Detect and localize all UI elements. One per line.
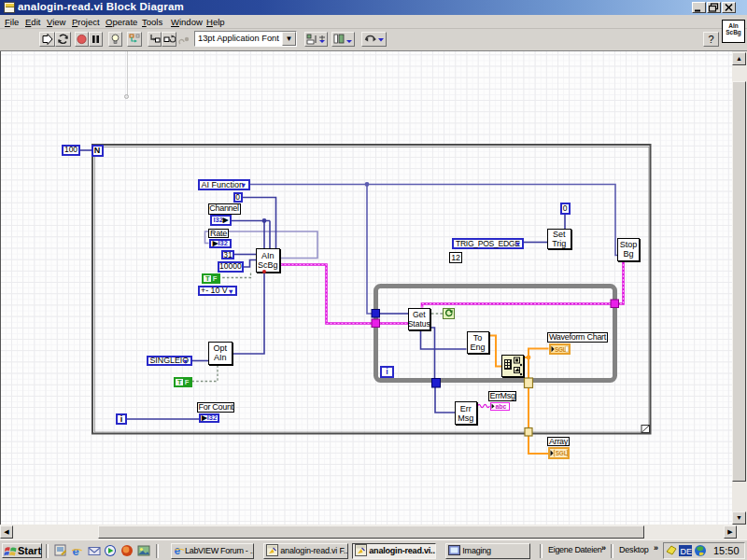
- svg-text:T: T: [177, 378, 182, 386]
- svg-text:F: F: [213, 274, 218, 283]
- svg-text:T: T: [205, 274, 210, 283]
- svg-text:abc: abc: [495, 403, 506, 410]
- svg-text:F: F: [185, 378, 190, 386]
- svg-text:SGL: SGL: [555, 345, 567, 352]
- svg-text:SGL: SGL: [555, 450, 567, 456]
